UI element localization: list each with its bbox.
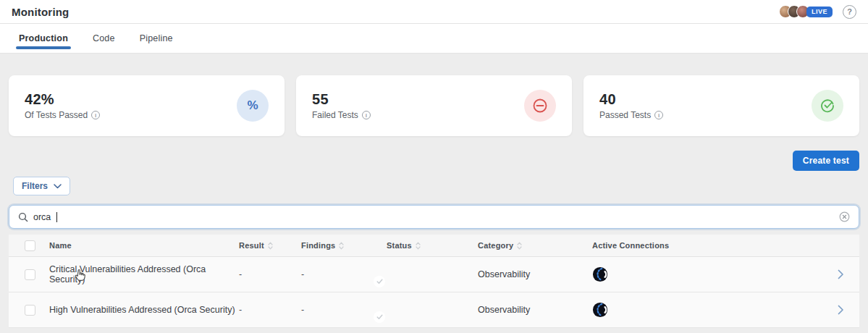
stat-label: Failed Tests i [312, 110, 371, 120]
filters-label: Filters [22, 181, 48, 191]
presence-avatars[interactable]: LIVE [779, 5, 833, 18]
stat-card-passed-tests: 40 Passed Tests i [583, 75, 859, 136]
stat-label-text: Of Tests Passed [25, 110, 88, 120]
column-label: Category [478, 241, 513, 250]
stat-label-text: Passed Tests [599, 110, 651, 120]
sort-icon[interactable] [339, 242, 344, 250]
test-name[interactable]: High Vulnerabilities Addressed (Orca Sec… [49, 305, 239, 315]
tests-table: Name Result Findings Status Category Act… [9, 235, 859, 328]
chevron-right-icon[interactable] [838, 269, 844, 279]
orca-security-connection-icon[interactable] [592, 302, 608, 318]
percent-glyph: % [247, 98, 258, 113]
monitoring-page: Monitoring LIVE ? Production Code Pipeli… [0, 0, 868, 333]
search-input[interactable]: orca [9, 205, 859, 229]
stat-value: 42% [25, 91, 100, 108]
column-label: Name [49, 241, 72, 250]
stat-label-text: Failed Tests [312, 110, 358, 120]
column-header-category[interactable]: Category [478, 241, 592, 250]
search-value: orca [33, 212, 51, 222]
orca-security-connection-icon[interactable] [592, 266, 608, 282]
tab-pipeline[interactable]: Pipeline [140, 24, 173, 53]
row-checkbox[interactable] [25, 305, 35, 316]
help-icon[interactable]: ? [843, 5, 856, 19]
table-header-row: Name Result Findings Status Category Act… [9, 235, 859, 257]
chevron-right-icon[interactable] [838, 305, 844, 315]
filters-row: Filters [0, 171, 868, 195]
category-value: Observability [478, 269, 592, 279]
stat-label: Passed Tests i [599, 110, 663, 120]
column-label: Active Connections [592, 241, 669, 250]
check-circle-icon [812, 90, 843, 122]
tab-production[interactable]: Production [19, 24, 68, 53]
sort-icon[interactable] [268, 242, 273, 250]
info-icon[interactable]: i [362, 111, 371, 119]
stat-value: 40 [599, 91, 663, 108]
column-header-result[interactable]: Result [239, 241, 301, 250]
table-row[interactable]: Critical Vulnerabilities Addressed (Orca… [9, 257, 859, 292]
stat-text: 42% Of Tests Passed i [25, 91, 100, 120]
sort-icon[interactable] [517, 242, 522, 250]
chevron-down-icon [54, 184, 62, 189]
percent-icon: % [237, 90, 269, 122]
text-caret [56, 212, 57, 222]
stat-label: Of Tests Passed i [25, 110, 100, 120]
test-name[interactable]: Critical Vulnerabilities Addressed (Orca… [49, 264, 239, 284]
stat-card-failed-tests: 55 Failed Tests i [296, 75, 572, 136]
info-icon[interactable]: i [654, 111, 663, 119]
header-actions: LIVE ? [779, 5, 856, 19]
column-header-findings[interactable]: Findings [301, 241, 387, 250]
result-value: - [239, 269, 301, 279]
column-header-status[interactable]: Status [387, 241, 478, 250]
stat-value: 55 [312, 91, 371, 108]
column-label: Status [387, 241, 412, 250]
tab-bar: Production Code Pipeline [0, 24, 868, 54]
column-label: Findings [301, 241, 335, 250]
app-header: Monitoring LIVE ? [0, 0, 868, 24]
stat-card-tests-passed-pct: 42% Of Tests Passed i % [9, 75, 285, 136]
category-value: Observability [478, 305, 592, 315]
sort-icon[interactable] [416, 242, 421, 250]
stat-text: 40 Passed Tests i [599, 91, 663, 120]
result-value: - [239, 305, 301, 315]
search-icon [18, 212, 28, 222]
live-badge: LIVE [806, 7, 833, 17]
row-checkbox[interactable] [25, 269, 35, 280]
minus-circle-icon [524, 90, 556, 122]
search-row: orca [0, 195, 868, 229]
tab-code[interactable]: Code [93, 24, 115, 53]
stat-text: 55 Failed Tests i [312, 91, 371, 120]
create-test-row: Create test [0, 136, 868, 171]
clear-search-icon[interactable] [839, 211, 850, 222]
info-icon[interactable]: i [91, 111, 100, 119]
column-label: Result [239, 241, 264, 250]
filters-button[interactable]: Filters [13, 177, 70, 195]
column-header-name[interactable]: Name [49, 241, 239, 250]
create-test-button[interactable]: Create test [793, 151, 859, 171]
stat-cards: 42% Of Tests Passed i % 55 Failed Tests … [0, 54, 868, 136]
table-row[interactable]: High Vulnerabilities Addressed (Orca Sec… [9, 292, 859, 328]
page-title: Monitoring [12, 6, 69, 18]
select-all-checkbox[interactable] [25, 240, 35, 251]
column-header-active-connections: Active Connections [592, 241, 822, 250]
